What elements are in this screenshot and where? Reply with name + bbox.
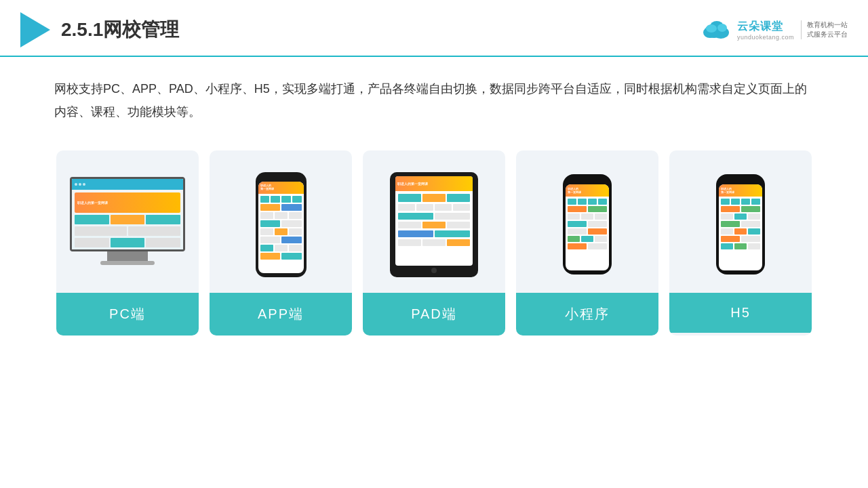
brand-slogan-line2: 式服务云平台 — [807, 30, 848, 39]
brand-url: yunduoketang.com — [737, 34, 794, 41]
header-left: 2.5.1网校管理 — [20, 12, 179, 47]
cloud-icon — [701, 18, 733, 42]
app-label: APP端 — [210, 293, 352, 336]
app-phone-icon: 职进人的第一堂网课 — [256, 172, 307, 277]
h5-image-area: 职进人的第一堂网课 — [669, 150, 812, 293]
pc-label: PC端 — [56, 293, 199, 336]
device-cards-section: 职进人的第一堂网课 — [0, 130, 868, 356]
svg-point-6 — [717, 24, 727, 32]
pad-tablet-icon: 职进人的第一堂网课 — [390, 172, 478, 277]
brand-logo: 云朵课堂 yunduoketang.com 教育机构一站 式服务云平台 — [701, 18, 848, 42]
svg-point-5 — [706, 24, 717, 33]
pc-image-area: 职进人的第一堂网课 — [56, 150, 199, 293]
brand-slogan: 教育机构一站 式服务云平台 — [801, 20, 848, 39]
h5-phone-icon: 职进人的第一堂网课 — [716, 174, 765, 274]
page-header: 2.5.1网校管理 云朵课堂 yunduoketang.com 教育机 — [0, 0, 868, 57]
card-miniprogram: 职进人的第一堂网课 — [516, 150, 658, 336]
brand-name: 云朵课堂 — [737, 20, 783, 34]
brand-text: 云朵课堂 yunduoketang.com — [737, 20, 794, 41]
miniprogram-label: 小程序 — [516, 293, 658, 336]
card-app: 职进人的第一堂网课 — [210, 150, 352, 336]
miniprogram-image-area: 职进人的第一堂网课 — [516, 150, 658, 293]
pad-label: PAD端 — [363, 293, 505, 336]
pad-image-area: 职进人的第一堂网课 — [363, 150, 505, 293]
h5-label: H5 — [669, 293, 812, 333]
logo-triangle-icon — [20, 12, 50, 47]
card-h5: 职进人的第一堂网课 — [669, 150, 812, 336]
description-text: 网校支持PC、APP、PAD、小程序、H5，实现多端打通，产品各终端自由切换，数… — [0, 57, 868, 130]
card-pc: 职进人的第一堂网课 — [56, 150, 199, 336]
pc-monitor-icon: 职进人的第一堂网课 — [70, 177, 185, 272]
description-content: 网校支持PC、APP、PAD、小程序、H5，实现多端打通，产品各终端自由切换，数… — [54, 82, 807, 119]
page-title: 2.5.1网校管理 — [61, 17, 179, 43]
app-image-area: 职进人的第一堂网课 — [210, 150, 352, 293]
brand-slogan-line1: 教育机构一站 — [807, 20, 848, 30]
header-right: 云朵课堂 yunduoketang.com 教育机构一站 式服务云平台 — [701, 18, 848, 42]
card-pad: 职进人的第一堂网课 — [363, 150, 505, 336]
miniprogram-phone-icon: 职进人的第一堂网课 — [563, 174, 612, 274]
